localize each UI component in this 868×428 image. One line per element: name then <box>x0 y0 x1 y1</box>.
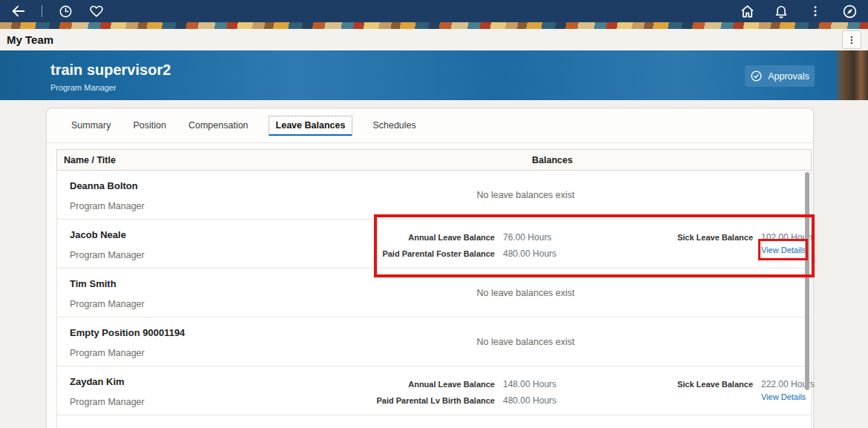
balance-value: 102.00 Hours <box>753 232 812 243</box>
employee-name-link[interactable]: Tim Smith <box>70 278 116 289</box>
balances-grid: Annual Leave Balance 148.00 Hours Sick L… <box>313 376 811 409</box>
no-balances-message: No leave balances exist <box>313 269 811 317</box>
actions-kebab-icon[interactable] <box>807 3 823 19</box>
tab-summary[interactable]: Summary <box>69 116 113 134</box>
no-balances-message: No leave balances exist <box>313 171 811 219</box>
name-title-cell: Zaydan Kim Program Manager <box>57 366 313 415</box>
employee-title-text: Program Manager <box>70 201 145 211</box>
table-row-partial <box>57 415 811 428</box>
employee-title-text: Program Manager <box>70 397 145 407</box>
page-title: My Team <box>7 33 53 46</box>
balance-value: 76.00 Hours <box>495 232 632 243</box>
employee-name-link[interactable]: Zaydan Kim <box>70 376 125 387</box>
tab-schedules[interactable]: Schedules <box>370 116 418 134</box>
balances-cell: Annual Leave Balance 148.00 Hours Sick L… <box>313 366 811 415</box>
check-circle-icon <box>750 70 763 82</box>
employee-name-link[interactable]: Empty Position 90001194 <box>70 327 185 338</box>
balances-cell: Annual Leave Balance 76.00 Hours Sick Le… <box>313 220 811 268</box>
table-row: Empty Position 90001194 Program Manager … <box>57 317 811 366</box>
name-title-cell: Tim Smith Program Manager <box>57 269 313 317</box>
page-header: My Team <box>0 29 868 50</box>
balance-value: 480.00 Hours <box>495 248 632 259</box>
tab-position[interactable]: Position <box>131 116 168 134</box>
employee-name-link[interactable]: Deanna Bolton <box>70 180 138 191</box>
balance-value: 148.00 Hours <box>495 379 632 389</box>
topbar-right-group <box>739 3 858 19</box>
top-navigation-bar <box>0 0 868 22</box>
balances-grid: Annual Leave Balance 76.00 Hours Sick Le… <box>313 229 811 262</box>
approvals-button-label: Approvals <box>768 71 809 82</box>
employee-title-text: Program Manager <box>70 299 145 309</box>
column-header-name-title: Name / Title <box>57 150 313 170</box>
home-icon[interactable] <box>739 3 755 19</box>
name-title-cell: Jacob Neale Program Manager <box>57 220 313 268</box>
employee-title-text: Program Manager <box>70 348 145 358</box>
column-header-balances: Balances <box>313 150 811 170</box>
balance-label: Annual Leave Balance <box>313 233 495 242</box>
employee-title-text: Program Manager <box>70 250 145 260</box>
employee-job-title: Program Manager <box>50 83 116 92</box>
employee-banner: train supervisor2 Program Manager Approv… <box>0 50 868 100</box>
table-row: Tim Smith Program Manager No leave balan… <box>57 269 811 317</box>
tab-compensation[interactable]: Compensation <box>186 116 251 134</box>
table-row: Deanna Bolton Program Manager No leave b… <box>57 171 811 220</box>
balance-label: Sick Leave Balance <box>632 233 753 242</box>
table-scrollbar-thumb[interactable] <box>805 172 809 390</box>
tab-bar: Summary Position Compensation Leave Bala… <box>47 108 813 143</box>
balance-label: Paid Parental Foster Balance <box>313 249 495 258</box>
table-header-row: Name / Title Balances <box>56 149 812 171</box>
team-detail-card: Summary Position Compensation Leave Bala… <box>46 108 814 428</box>
decorative-banner-strip <box>0 22 868 29</box>
name-title-cell: Empty Position 90001194 Program Manager <box>57 317 313 366</box>
name-title-cell: Deanna Bolton Program Manager <box>57 171 313 219</box>
employee-name: train supervisor2 <box>50 62 171 79</box>
approvals-button[interactable]: Approvals <box>745 65 815 87</box>
notifications-bell-icon[interactable] <box>773 3 789 19</box>
tab-leave-balances[interactable]: Leave Balances <box>269 116 353 136</box>
balance-label: Sick Leave Balance <box>632 380 753 389</box>
topbar-divider <box>42 5 42 17</box>
leave-balances-table: Name / Title Balances Deanna Bolton Prog… <box>56 149 812 428</box>
balance-label: Paid Parental Lv Birth Balance <box>313 396 495 405</box>
view-details-link[interactable]: View Details <box>753 392 812 401</box>
balance-label: Annual Leave Balance <box>313 380 495 389</box>
page-actions-button[interactable] <box>842 30 861 49</box>
back-arrow-icon[interactable] <box>10 3 27 19</box>
balance-value: 222.00 Hours <box>753 379 812 389</box>
balance-value: 480.00 Hours <box>495 395 632 406</box>
navbar-compass-icon[interactable] <box>841 3 858 19</box>
favorites-heart-icon[interactable] <box>88 3 105 19</box>
topbar-left-group <box>10 3 105 19</box>
employee-name-link[interactable]: Jacob Neale <box>70 229 126 240</box>
recents-clock-icon[interactable] <box>57 3 73 19</box>
no-balances-message: No leave balances exist <box>313 317 811 366</box>
table-row: Jacob Neale Program Manager Annual Leave… <box>57 220 811 269</box>
view-details-link[interactable]: View Details <box>753 246 812 254</box>
table-body: Deanna Bolton Program Manager No leave b… <box>56 171 812 428</box>
table-row: Zaydan Kim Program Manager Annual Leave … <box>57 366 811 415</box>
